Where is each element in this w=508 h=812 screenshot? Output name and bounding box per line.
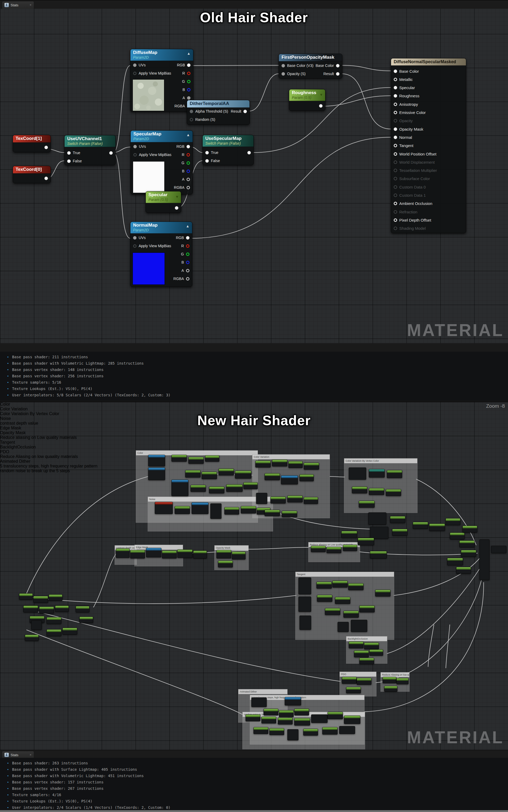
mini-node-green[interactable] <box>190 485 206 492</box>
mini-node-green[interactable] <box>39 607 54 613</box>
mini-node-green[interactable] <box>325 608 340 615</box>
mini-node-green[interactable] <box>357 678 372 685</box>
mini-node-green[interactable] <box>335 597 350 604</box>
mini-node-green[interactable] <box>343 545 357 551</box>
mini-node-green[interactable] <box>261 717 276 723</box>
mini-node-green[interactable] <box>171 455 187 462</box>
mini-node-dark[interactable] <box>349 468 366 480</box>
mini-node-green[interactable] <box>79 617 93 623</box>
mini-node-green[interactable] <box>327 547 341 553</box>
mini-node-green[interactable] <box>396 678 409 684</box>
close-icon[interactable]: × <box>30 753 32 757</box>
texcoord-1-out-pin[interactable] <box>44 146 48 149</box>
mini-node-green[interactable] <box>369 488 384 495</box>
mini-node-green[interactable] <box>352 486 367 493</box>
diffuse-map-out-pin[interactable] <box>187 80 190 83</box>
material-pin-dot[interactable] <box>394 210 397 213</box>
mini-node-green[interactable] <box>162 551 177 559</box>
normal-map-out-pin[interactable] <box>186 269 189 272</box>
mini-node-green[interactable] <box>344 715 361 724</box>
mini-node-green[interactable] <box>359 606 375 612</box>
use-specular-map-node[interactable]: UseSpecularMapSwitch Param (False)TrueFa… <box>202 135 254 165</box>
mini-node-green[interactable] <box>358 538 374 545</box>
mini-node-blue[interactable] <box>171 480 188 496</box>
collapse-arrow-icon[interactable]: ▲ <box>187 51 190 55</box>
specular-map-out-pin[interactable] <box>186 153 190 156</box>
material-pin-dot[interactable] <box>394 103 397 106</box>
mini-node-green[interactable] <box>288 461 303 468</box>
collapse-arrow-icon[interactable]: ▲ <box>186 224 189 228</box>
mini-node-green[interactable] <box>294 709 309 715</box>
stats-tab-new[interactable]: Σ Stats × <box>2 751 34 759</box>
mini-node-blue[interactable] <box>148 455 165 466</box>
specular-map-out-pin[interactable] <box>186 178 190 181</box>
mini-node-dark[interactable] <box>210 504 221 519</box>
dither-temporal-aa-in-pin[interactable] <box>190 110 193 113</box>
specular-map-out-pin[interactable] <box>186 170 190 173</box>
mini-node-green[interactable] <box>446 518 460 525</box>
mini-node-green[interactable] <box>270 496 286 504</box>
dropdown-arrow-icon[interactable]: ▼ <box>175 195 179 199</box>
mini-node-green[interactable] <box>47 617 61 624</box>
roughness-param-node[interactable]: RoughnessParam (0.5)▼ <box>289 89 326 111</box>
mini-node-blue[interactable] <box>148 468 165 480</box>
material-pin-dot[interactable] <box>394 136 397 139</box>
mini-node-green[interactable] <box>348 583 364 590</box>
mini-node-green[interactable] <box>47 629 61 636</box>
diffuse-map-node[interactable]: DiffuseMapParam2D▲UVsApply View MipBiasR… <box>130 49 194 112</box>
material-pin-dot[interactable] <box>394 169 397 172</box>
mini-node-green[interactable] <box>384 686 397 692</box>
normal-map-in-pin[interactable] <box>133 236 136 240</box>
mini-node-blue[interactable] <box>285 697 301 706</box>
material-pin-dot[interactable] <box>394 111 397 114</box>
mini-node-green[interactable] <box>130 550 145 559</box>
mini-node-green[interactable] <box>303 729 318 735</box>
use-specular-map-in-pin[interactable] <box>205 159 209 162</box>
material-pin-dot[interactable] <box>394 160 397 164</box>
mini-node-green[interactable] <box>202 472 217 479</box>
normal-map-out-pin[interactable] <box>186 252 189 256</box>
mini-node-green[interactable] <box>209 486 224 493</box>
mini-node-green[interactable] <box>322 727 338 734</box>
mini-node-green[interactable] <box>23 606 38 612</box>
mini-node-green[interactable] <box>33 596 48 603</box>
material-pin-dot[interactable] <box>394 128 397 131</box>
first-person-opacity-mask-out-pin[interactable] <box>336 72 339 76</box>
mini-node-green[interactable] <box>304 463 319 470</box>
mini-node-teal[interactable] <box>369 469 385 478</box>
mini-node-green[interactable] <box>193 551 207 559</box>
mini-node-dark[interactable] <box>338 622 349 632</box>
diffuse-map-in-pin[interactable] <box>133 63 136 67</box>
mini-node-red[interactable] <box>155 502 173 514</box>
mini-node-green[interactable] <box>235 471 251 479</box>
mini-node-dark[interactable] <box>298 577 311 594</box>
mini-node-green[interactable] <box>255 461 271 468</box>
mini-node-dark[interactable] <box>479 539 490 580</box>
dither-temporal-aa-in-pin[interactable] <box>190 118 193 122</box>
specular-map-node[interactable]: SpecularMapParam2D▲UVsApply View MipBias… <box>130 130 193 194</box>
mini-node-green[interactable] <box>263 709 278 715</box>
texcoord-0-node[interactable]: TexCoord[0]▼ <box>13 166 51 183</box>
mini-node-green[interactable] <box>287 495 303 503</box>
mini-node-green[interactable] <box>447 558 463 565</box>
mini-node-green[interactable] <box>463 526 477 532</box>
specular-param-node[interactable]: SpecularParam (0.5)▼ <box>145 191 181 213</box>
mini-node-green[interactable] <box>55 606 69 612</box>
mini-node-green[interactable] <box>76 606 89 612</box>
use-specular-map-in-pin[interactable] <box>205 151 209 154</box>
material-output-node[interactable]: DiffuseNormalSpecularMaskedBase ColorMet… <box>391 58 466 233</box>
mini-node-green[interactable] <box>218 561 233 567</box>
dropdown-arrow-icon[interactable]: ▼ <box>45 168 48 172</box>
material-pin-dot[interactable] <box>394 194 397 197</box>
mini-node-green[interactable] <box>370 551 387 559</box>
mini-node-green[interactable] <box>386 489 401 496</box>
mini-node-green[interactable] <box>390 516 405 523</box>
use-specular-map-out-pin[interactable] <box>247 151 251 154</box>
material-pin-dot[interactable] <box>394 152 397 156</box>
material-graph-canvas-old[interactable]: Zoom 1:1 Old Hair Shader TexCoord[1]▼Tex… <box>0 0 508 343</box>
mini-node-green[interactable] <box>226 484 243 492</box>
specular-map-out-pin[interactable] <box>186 145 190 148</box>
texcoord-0-out-pin[interactable] <box>44 177 48 180</box>
material-pin-dot[interactable] <box>394 94 397 98</box>
dither-temporal-aa-node[interactable]: DitherTemporalAAAlpha Threshold (S)Rando… <box>187 100 250 125</box>
